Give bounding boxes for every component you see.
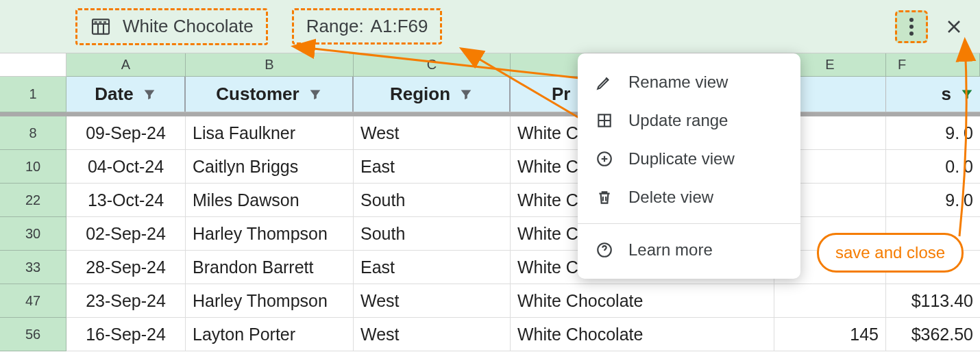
header-row: 1 Date Customer Region Pr s [0, 77, 980, 112]
cell-date[interactable]: 04-Oct-24 [66, 150, 186, 184]
cell-date[interactable]: 02-Sep-24 [66, 217, 186, 251]
row-number[interactable]: 30 [0, 217, 66, 251]
cell-customer[interactable]: Harley Thompson [186, 217, 354, 251]
cell-customer[interactable]: Caitlyn Briggs [186, 150, 354, 184]
row-number[interactable]: 10 [0, 150, 66, 184]
table-row: 8 09-Sep-24 Lisa Faulkner West White Cho… [0, 116, 980, 150]
row-number[interactable]: 33 [0, 251, 66, 284]
menu-item-learn-more[interactable]: Learn more [578, 231, 800, 269]
header-cell-region[interactable]: Region [354, 77, 511, 112]
cell-date[interactable]: 13-Oct-24 [66, 184, 186, 217]
header-text: Customer [216, 84, 299, 105]
header-cell-date[interactable]: Date [66, 77, 186, 112]
menu-item-update-range[interactable]: Update range [578, 101, 800, 140]
vertical-dots-icon [909, 16, 914, 37]
header-text: Date [95, 84, 133, 105]
cell-region[interactable]: West [354, 318, 511, 351]
filter-view-bar: White Chocolate Range: A1:F69 [0, 0, 980, 53]
column-letter[interactable]: C [354, 53, 511, 77]
cell-date[interactable]: 23-Sep-24 [66, 284, 186, 318]
cell-customer[interactable]: Lisa Faulkner [186, 116, 354, 150]
menu-label: Learn more [628, 240, 713, 260]
menu-label: Rename view [628, 73, 728, 92]
header-text: s [942, 84, 951, 105]
row-number[interactable]: 8 [0, 116, 66, 150]
table-row: 47 23-Sep-24 Harley Thompson West White … [0, 284, 980, 318]
row-number[interactable]: 47 [0, 284, 66, 318]
range-box[interactable]: Range: A1:F69 [292, 8, 443, 45]
column-letters-row: A B C D E F [0, 53, 980, 77]
row-number[interactable]: 1 [0, 77, 66, 112]
filter-view-icon [90, 16, 112, 38]
close-filter-view-button[interactable] [940, 13, 968, 40]
filter-icon[interactable] [959, 87, 975, 102]
range-label: Range: [306, 16, 364, 37]
cell-date[interactable]: 16-Sep-24 [66, 318, 186, 351]
svg-point-3 [909, 32, 914, 36]
bar-actions [895, 10, 968, 43]
column-letter[interactable]: B [186, 53, 354, 77]
column-letter[interactable]: A [66, 53, 186, 77]
cell-sales[interactable]: 9.0 [886, 116, 980, 150]
filter-icon[interactable] [458, 87, 474, 102]
column-letter-text: F [898, 57, 906, 73]
menu-item-duplicate-view[interactable]: Duplicate view [578, 140, 800, 178]
menu-label: Update range [628, 111, 728, 130]
cell-region[interactable]: East [354, 150, 511, 184]
menu-label: Duplicate view [628, 149, 735, 168]
cell-region[interactable]: West [354, 284, 511, 318]
cell-date[interactable]: 09-Sep-24 [66, 116, 186, 150]
cell-sales[interactable]: 9.0 [886, 184, 980, 217]
cell-region[interactable]: South [354, 184, 511, 217]
table-row: 22 13-Oct-24 Miles Dawson South White Ch… [0, 184, 980, 217]
range-value[interactable]: A1:F69 [371, 16, 428, 37]
select-all-corner[interactable] [0, 53, 66, 77]
more-options-button[interactable] [895, 10, 928, 43]
cell-customer[interactable]: Harley Thompson [186, 284, 354, 318]
menu-item-rename-view[interactable]: Rename view [578, 63, 800, 101]
menu-item-delete-view[interactable]: Delete view [578, 178, 800, 216]
row-number[interactable]: 56 [0, 318, 66, 351]
row-number[interactable]: 22 [0, 184, 66, 217]
grid-icon [596, 112, 613, 129]
menu-divider [578, 223, 800, 224]
view-name-box[interactable]: White Chocolate [75, 8, 268, 45]
header-cell-sales[interactable]: s [886, 77, 980, 112]
filter-view-options-menu: Rename view Update range Duplicate view … [578, 53, 800, 279]
svg-point-1 [909, 18, 914, 22]
filter-icon[interactable] [308, 87, 323, 102]
cell-product[interactable]: White Chocolate [511, 318, 774, 351]
cell-product[interactable]: White Chocolate [511, 284, 774, 318]
svg-point-2 [909, 25, 914, 29]
cell-region[interactable]: South [354, 217, 511, 251]
cell-customer[interactable]: Miles Dawson [186, 184, 354, 217]
cell-date[interactable]: 28-Sep-24 [66, 251, 186, 284]
trash-icon [596, 188, 613, 206]
cell-sales[interactable]: $362.50 [886, 318, 980, 351]
cell-sales[interactable]: 0.0 [886, 150, 980, 184]
cell-region[interactable]: East [354, 251, 511, 284]
callout-save-close: save and close [817, 233, 964, 273]
pencil-icon [596, 73, 613, 91]
cell-sales[interactable]: $113.40 [886, 284, 980, 318]
duplicate-icon [596, 150, 613, 168]
filter-icon[interactable] [142, 87, 157, 102]
help-icon [596, 241, 613, 259]
cell-qty[interactable]: 145 [774, 318, 886, 351]
header-text: Pr [552, 84, 570, 105]
cell-region[interactable]: West [354, 116, 511, 150]
cell-customer[interactable]: Layton Porter [186, 318, 354, 351]
cell-customer[interactable]: Brandon Barrett [186, 251, 354, 284]
close-icon [946, 18, 962, 35]
header-text: Region [390, 84, 450, 105]
column-letter[interactable]: F [886, 53, 980, 77]
table-row: 10 04-Oct-24 Caitlyn Briggs East White C… [0, 150, 980, 184]
menu-label: Delete view [628, 188, 713, 207]
table-row: 56 16-Sep-24 Layton Porter West White Ch… [0, 318, 980, 351]
cell-qty[interactable] [774, 284, 886, 318]
header-cell-customer[interactable]: Customer [186, 77, 354, 112]
view-name-text[interactable]: White Chocolate [123, 16, 254, 37]
